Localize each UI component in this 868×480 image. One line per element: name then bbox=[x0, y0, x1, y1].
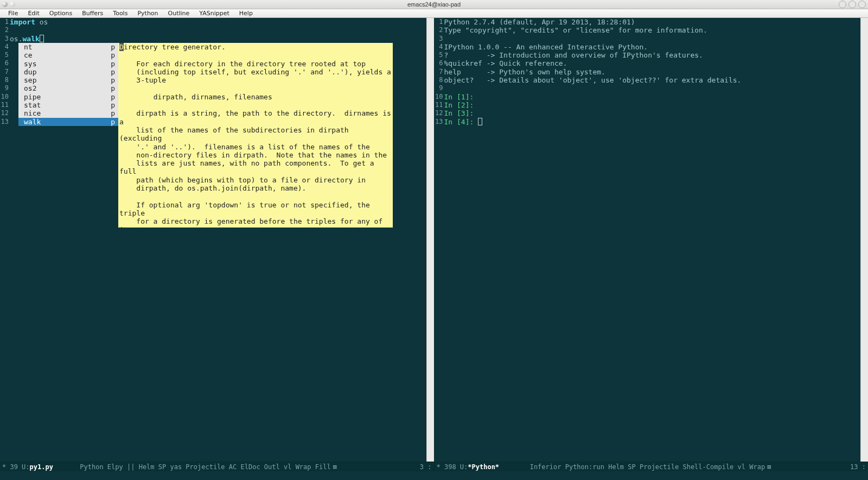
doc-popup: Directory tree generator. For each direc… bbox=[118, 43, 393, 228]
minibuffer[interactable] bbox=[0, 471, 868, 480]
right-modeline: * 398 U: *Python* Inferior Python:run He… bbox=[435, 462, 869, 471]
modeline-prefix: * 39 U: bbox=[2, 463, 30, 471]
close-button[interactable] bbox=[858, 1, 866, 8]
modeline-close-icon[interactable]: ⊠ bbox=[333, 463, 337, 471]
right-editor[interactable]: 1 2 3 4 5 6 7 8 9 10 11 12 13 Python 2.7… bbox=[435, 18, 869, 462]
left-scrollbar[interactable] bbox=[426, 18, 434, 462]
completion-item[interactable]: os2p bbox=[18, 84, 118, 92]
completion-popup[interactable]: ntpcepsyspduppseppos2ppipepstatpnicepwal… bbox=[18, 43, 118, 126]
window-buttons bbox=[839, 1, 866, 8]
app-icon-secondary bbox=[10, 2, 15, 7]
modeline-position: 3 : bbox=[420, 463, 432, 471]
completion-item[interactable]: statp bbox=[18, 101, 118, 109]
minimize-button[interactable] bbox=[839, 1, 846, 8]
completion-item[interactable]: ntp bbox=[18, 43, 118, 51]
menu-yasnippet[interactable]: YASnippet bbox=[194, 10, 234, 17]
left-gutter: 1 2 3 4 5 6 7 8 9 10 11 12 13 bbox=[0, 18, 10, 462]
menu-outline[interactable]: Outline bbox=[163, 10, 195, 17]
right-code[interactable]: Python 2.7.4 (default, Apr 19 2013, 18:2… bbox=[444, 18, 861, 462]
modeline-filename: *Python* bbox=[468, 463, 499, 471]
completion-item[interactable]: walkp bbox=[18, 118, 118, 126]
modeline-modes: Python Elpy || Helm SP yas Projectile AC… bbox=[56, 463, 331, 471]
modeline-position: 13 : bbox=[850, 463, 866, 471]
title-bar: emacs24@xiao-pad bbox=[0, 0, 868, 9]
modeline-close-icon[interactable]: ⊠ bbox=[767, 463, 771, 471]
left-modeline: * 39 U: py1.py Python Elpy || Helm SP ya… bbox=[0, 462, 434, 471]
right-gutter: 1 2 3 4 5 6 7 8 9 10 11 12 13 bbox=[435, 18, 444, 462]
menu-buffers[interactable]: Buffers bbox=[77, 10, 108, 17]
modeline-prefix: * 398 U: bbox=[437, 463, 468, 471]
menu-options[interactable]: Options bbox=[44, 10, 77, 17]
left-editor[interactable]: 1 2 3 4 5 6 7 8 9 10 11 12 13 import os … bbox=[0, 18, 434, 462]
workspace: 1 2 3 4 5 6 7 8 9 10 11 12 13 import os … bbox=[0, 18, 868, 471]
completion-item[interactable]: sepp bbox=[18, 76, 118, 84]
menu-python[interactable]: Python bbox=[132, 10, 163, 17]
completion-item[interactable]: pipep bbox=[18, 93, 118, 101]
menu-tools[interactable]: Tools bbox=[108, 10, 132, 17]
window-title: emacs24@xiao-pad bbox=[407, 1, 461, 8]
menu-bar: File Edit Options Buffers Tools Python O… bbox=[0, 9, 868, 18]
completion-item[interactable]: cep bbox=[18, 51, 118, 59]
left-pane: 1 2 3 4 5 6 7 8 9 10 11 12 13 import os … bbox=[0, 18, 435, 471]
maximize-button[interactable] bbox=[848, 1, 856, 8]
modeline-modes: Inferior Python:run Helm SP Projectile S… bbox=[502, 463, 765, 471]
completion-item[interactable]: nicep bbox=[18, 109, 118, 117]
menu-file[interactable]: File bbox=[3, 10, 23, 17]
menu-help[interactable]: Help bbox=[234, 10, 258, 17]
completion-item[interactable]: dupp bbox=[18, 68, 118, 76]
app-icon bbox=[2, 2, 8, 7]
right-pane: 1 2 3 4 5 6 7 8 9 10 11 12 13 Python 2.7… bbox=[435, 18, 869, 471]
right-scrollbar[interactable] bbox=[860, 18, 868, 462]
modeline-filename: py1.py bbox=[30, 463, 53, 471]
menu-edit[interactable]: Edit bbox=[23, 10, 44, 17]
completion-item[interactable]: sysp bbox=[18, 60, 118, 68]
